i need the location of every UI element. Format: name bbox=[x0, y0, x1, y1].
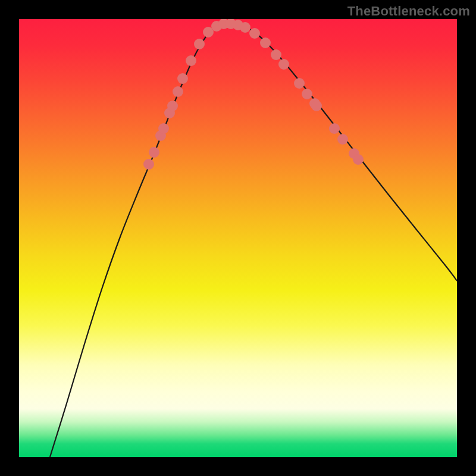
highlight-dot bbox=[271, 49, 281, 60]
highlight-dot bbox=[302, 89, 312, 99]
highlight-dot bbox=[158, 123, 169, 134]
highlight-dot bbox=[260, 37, 271, 48]
highlight-dot bbox=[249, 28, 260, 39]
chart-svg bbox=[19, 19, 457, 457]
highlight-dot bbox=[149, 147, 159, 158]
highlight-dot bbox=[240, 22, 250, 33]
highlight-dot bbox=[177, 73, 188, 84]
highlight-dot bbox=[329, 123, 340, 134]
highlight-dot bbox=[353, 154, 364, 165]
highlight-dots bbox=[143, 19, 364, 170]
chart-frame: TheBottleneck.com bbox=[0, 0, 476, 476]
highlight-dot bbox=[167, 101, 178, 111]
watermark-text: TheBottleneck.com bbox=[347, 4, 470, 19]
plot-area bbox=[19, 19, 457, 457]
highlight-dot bbox=[278, 59, 289, 70]
highlight-dot bbox=[311, 101, 322, 111]
highlight-dot bbox=[337, 134, 348, 145]
bottleneck-curve bbox=[50, 23, 457, 457]
highlight-dot bbox=[143, 159, 154, 170]
highlight-dot bbox=[186, 55, 196, 66]
highlight-dot bbox=[173, 86, 183, 97]
highlight-dot bbox=[194, 39, 205, 49]
highlight-dot bbox=[294, 78, 305, 89]
